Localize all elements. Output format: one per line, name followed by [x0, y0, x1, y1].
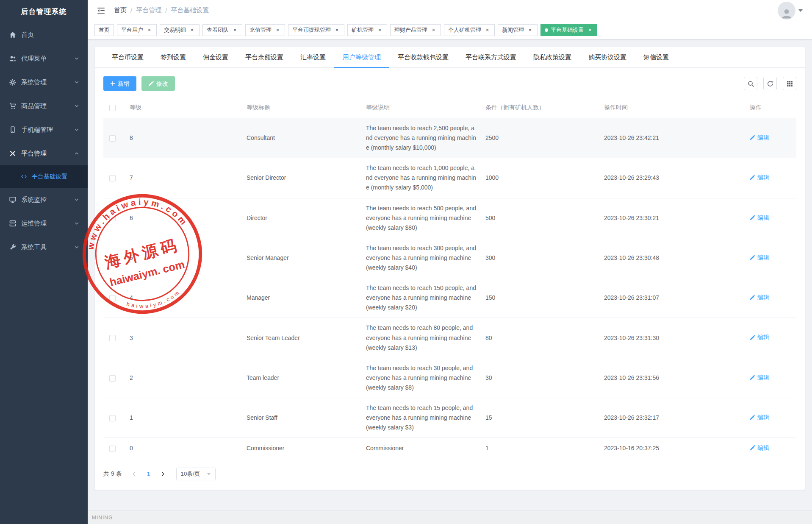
sidebar-item[interactable]: 系统管理: [0, 70, 88, 94]
avatar[interactable]: [778, 2, 795, 20]
settings-tab[interactable]: 短信设置: [635, 47, 677, 68]
title-cell: Consultant: [242, 118, 362, 158]
view-tag[interactable]: 平台币提现管理×: [288, 24, 344, 36]
sidebar-item-label: 系统工具: [21, 243, 47, 251]
tag-label: 平台币提现管理: [292, 26, 331, 34]
view-tag[interactable]: 新闻管理×: [498, 24, 538, 36]
level-cell: 8: [125, 118, 242, 158]
edit-row-button[interactable]: 编辑: [750, 133, 769, 142]
close-icon[interactable]: ×: [146, 27, 152, 33]
edit-row-button[interactable]: 编辑: [750, 293, 769, 302]
columns-button[interactable]: [783, 77, 796, 90]
view-tag[interactable]: 首页: [94, 24, 114, 36]
grid-icon: [787, 81, 793, 87]
home-icon: [9, 31, 16, 38]
edit-row-button[interactable]: 编辑: [750, 413, 769, 422]
column-header: 操作: [745, 98, 796, 118]
sidebar-item[interactable]: 系统工具: [0, 235, 88, 259]
chevron-left-icon: [132, 471, 136, 477]
breadcrumb-item[interactable]: 平台管理: [136, 6, 161, 14]
close-icon[interactable]: ×: [334, 27, 340, 33]
table-row: 0CommissionerCommissioner12023-10-16 20:…: [103, 438, 796, 459]
view-tag[interactable]: 交易明细×: [160, 24, 200, 36]
condition-cell: 80: [481, 318, 600, 358]
prev-page-button[interactable]: [128, 468, 141, 480]
level-cell: 3: [125, 318, 242, 358]
close-icon[interactable]: ×: [232, 27, 238, 33]
row-checkbox[interactable]: [109, 215, 116, 221]
title-cell: Director: [242, 198, 362, 238]
row-checkbox[interactable]: [109, 335, 116, 341]
edit-row-button[interactable]: 编辑: [750, 253, 769, 262]
tag-label: 理财产品管理: [394, 26, 427, 34]
view-tag[interactable]: 个人矿机管理×: [444, 24, 495, 36]
tag-label: 个人矿机管理: [448, 26, 481, 34]
settings-tab[interactable]: 用户等级管理: [334, 47, 389, 68]
time-cell: 2023-10-26 23:31:56: [600, 358, 745, 398]
view-tag[interactable]: 充值管理×: [245, 24, 285, 36]
edit-row-button[interactable]: 编辑: [750, 173, 769, 182]
row-checkbox[interactable]: [109, 415, 116, 421]
settings-tab[interactable]: 购买协议设置: [580, 47, 635, 68]
collapse-sidebar-button[interactable]: [95, 5, 107, 16]
edit-button[interactable]: 修改: [141, 76, 175, 91]
sidebar-subitem[interactable]: 平台基础设置: [0, 165, 88, 188]
close-icon[interactable]: ×: [527, 27, 533, 33]
view-tag[interactable]: 查看团队×: [202, 24, 242, 36]
settings-tab[interactable]: 平台收款钱包设置: [389, 47, 457, 68]
settings-tab[interactable]: 签到设置: [152, 47, 194, 68]
close-icon[interactable]: ×: [484, 27, 491, 33]
table-row: 4ManagerThe team needs to reach 150 peop…: [103, 278, 796, 318]
close-icon[interactable]: ×: [430, 27, 437, 33]
select-all-checkbox[interactable]: [109, 105, 116, 111]
settings-tab[interactable]: 平台币设置: [103, 47, 152, 68]
settings-tab[interactable]: 汇率设置: [292, 47, 334, 68]
row-checkbox[interactable]: [109, 255, 116, 262]
sidebar-item[interactable]: 首页: [0, 23, 88, 47]
sidebar-item[interactable]: 商品管理: [0, 94, 88, 118]
sidebar-item[interactable]: 运维管理: [0, 212, 88, 235]
close-icon[interactable]: ×: [377, 27, 383, 33]
sidebar-item[interactable]: 系统监控: [0, 188, 88, 212]
edit-row-button[interactable]: 编辑: [750, 373, 769, 382]
sidebar-item[interactable]: 代理菜单: [0, 47, 88, 70]
chevron-down-icon: [74, 127, 79, 132]
edit-row-button[interactable]: 编辑: [750, 332, 769, 342]
sidebar-item[interactable]: 手机端管理: [0, 118, 88, 142]
title-cell: Commissioner: [242, 438, 362, 459]
row-checkbox[interactable]: [109, 175, 116, 181]
row-checkbox[interactable]: [109, 295, 116, 301]
gear-icon: [9, 79, 16, 86]
view-tag[interactable]: 理财产品管理×: [390, 24, 441, 36]
settings-tab[interactable]: 隐私政策设置: [525, 47, 580, 68]
view-tag[interactable]: 平台基础设置×: [540, 24, 597, 36]
add-button[interactable]: 新增: [103, 76, 136, 91]
condition-cell: 15: [481, 398, 600, 438]
level-cell: 7: [125, 158, 242, 198]
user-menu-caret-icon[interactable]: [798, 9, 803, 12]
close-icon[interactable]: ×: [587, 27, 593, 33]
level-cell: 6: [125, 198, 242, 238]
page-size-select[interactable]: 10条/页: [176, 468, 216, 480]
row-checkbox[interactable]: [109, 135, 116, 142]
refresh-button[interactable]: [763, 77, 777, 90]
search-button[interactable]: [744, 77, 757, 90]
sidebar-item-label: 首页: [21, 31, 34, 39]
row-checkbox[interactable]: [109, 446, 116, 452]
page-number-button[interactable]: 1: [142, 468, 155, 480]
settings-tab[interactable]: 佣金设置: [194, 47, 237, 68]
close-icon[interactable]: ×: [274, 27, 281, 33]
condition-cell: 1: [481, 438, 600, 459]
edit-row-button[interactable]: 编辑: [750, 213, 769, 223]
view-tag[interactable]: 矿机管理×: [347, 24, 387, 36]
settings-tab[interactable]: 平台联系方式设置: [457, 47, 525, 68]
title-cell: Senior Manager: [242, 238, 362, 278]
edit-row-button[interactable]: 编辑: [750, 443, 769, 453]
close-icon[interactable]: ×: [189, 27, 195, 33]
row-checkbox[interactable]: [109, 375, 116, 382]
settings-tab[interactable]: 平台余额设置: [237, 47, 292, 68]
sidebar-item[interactable]: 平台管理: [0, 142, 88, 165]
view-tag[interactable]: 平台用户×: [117, 24, 157, 36]
breadcrumb-item[interactable]: 首页: [114, 6, 127, 14]
next-page-button[interactable]: [157, 468, 169, 480]
